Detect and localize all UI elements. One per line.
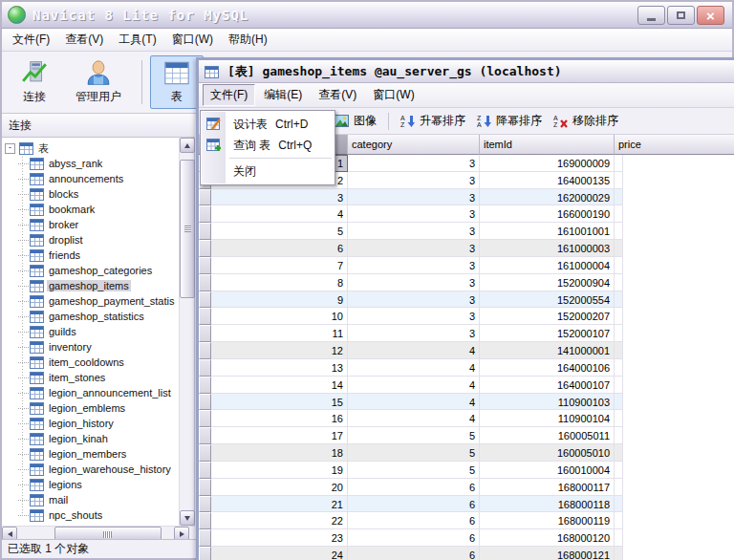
tree-item[interactable]: gameshop_categories bbox=[2, 263, 179, 278]
cell-price[interactable] bbox=[615, 427, 623, 444]
cell-rownum[interactable]: 17 bbox=[211, 427, 348, 444]
sort-descending-button[interactable]: Z A 降幂排序 bbox=[471, 111, 548, 131]
row-selector[interactable] bbox=[199, 223, 211, 240]
tree-root-tables[interactable]: - 表 bbox=[2, 140, 179, 156]
cell-category[interactable]: 3 bbox=[348, 172, 480, 189]
cell-itemid[interactable]: 169000009 bbox=[480, 155, 615, 172]
cell-itemid[interactable]: 160005010 bbox=[480, 444, 615, 462]
row-selector[interactable] bbox=[199, 377, 211, 394]
row-selector[interactable] bbox=[199, 359, 211, 377]
row-selector[interactable] bbox=[199, 427, 211, 444]
cell-price[interactable] bbox=[615, 444, 623, 462]
cell-price[interactable] bbox=[615, 547, 623, 560]
cell-itemid[interactable]: 166000190 bbox=[480, 205, 615, 223]
cell-category[interactable]: 4 bbox=[348, 377, 480, 394]
cell-category[interactable]: 3 bbox=[348, 291, 480, 309]
cell-category[interactable]: 3 bbox=[348, 257, 480, 274]
cell-rownum[interactable]: 9 bbox=[211, 291, 348, 309]
cell-rownum[interactable]: 6 bbox=[211, 240, 348, 257]
cell-price[interactable] bbox=[615, 394, 623, 411]
cell-itemid[interactable]: 168000117 bbox=[480, 479, 615, 496]
cell-category[interactable]: 6 bbox=[348, 512, 480, 529]
cell-itemid[interactable]: 168000121 bbox=[480, 547, 615, 560]
row-selector[interactable] bbox=[199, 205, 211, 223]
file-menu-item[interactable]: 设计表Ctrl+D bbox=[202, 114, 334, 135]
row-selector[interactable] bbox=[199, 394, 211, 411]
cell-itemid[interactable]: 141000001 bbox=[480, 342, 615, 359]
cell-itemid[interactable]: 161001001 bbox=[480, 223, 615, 240]
row-selector[interactable] bbox=[199, 291, 211, 309]
maximize-button[interactable] bbox=[667, 6, 695, 25]
cell-rownum[interactable]: 3 bbox=[211, 189, 348, 206]
cell-category[interactable]: 3 bbox=[348, 189, 480, 206]
cell-price[interactable] bbox=[615, 308, 623, 325]
cell-itemid[interactable]: 160005011 bbox=[480, 427, 615, 444]
cell-price[interactable] bbox=[615, 172, 623, 189]
tree-item[interactable]: mail bbox=[2, 492, 179, 507]
cell-category[interactable]: 6 bbox=[348, 479, 480, 496]
cell-price[interactable] bbox=[615, 377, 623, 394]
tree-item[interactable]: gameshop_payment_statis bbox=[2, 293, 179, 309]
cell-category[interactable]: 3 bbox=[348, 155, 480, 172]
cell-itemid[interactable]: 168000120 bbox=[480, 529, 615, 547]
child-menu-item[interactable]: 查看(V) bbox=[311, 84, 364, 106]
tree-item[interactable]: legions bbox=[2, 477, 179, 492]
menu-item[interactable]: 工具(T) bbox=[113, 29, 165, 52]
remove-sort-button[interactable]: A Z 移除排序 bbox=[548, 111, 624, 131]
cell-rownum[interactable]: 8 bbox=[211, 274, 348, 291]
tree-item[interactable]: item_stones bbox=[2, 370, 179, 385]
tree-item[interactable]: legion_history bbox=[2, 416, 179, 431]
scroll-up-button[interactable] bbox=[180, 138, 195, 153]
cell-rownum[interactable]: 14 bbox=[211, 377, 348, 394]
cell-category[interactable]: 3 bbox=[348, 308, 480, 325]
tree-item[interactable]: blocks bbox=[2, 186, 179, 202]
column-header-category[interactable]: category bbox=[348, 135, 480, 155]
menu-item[interactable]: 窗口(W) bbox=[166, 29, 223, 52]
cell-rownum[interactable]: 5 bbox=[211, 223, 348, 240]
row-selector[interactable] bbox=[199, 479, 211, 496]
menu-item[interactable]: 查看(V) bbox=[59, 29, 113, 52]
cell-price[interactable] bbox=[615, 496, 623, 513]
cell-itemid[interactable]: 152000107 bbox=[480, 325, 615, 342]
tree-item[interactable]: item_cooldowns bbox=[2, 355, 179, 370]
cell-itemid[interactable]: 110900104 bbox=[480, 410, 615, 427]
tree-item[interactable]: announcements bbox=[2, 171, 179, 186]
row-selector[interactable] bbox=[199, 547, 211, 560]
cell-rownum[interactable]: 21 bbox=[211, 496, 348, 513]
row-selector[interactable] bbox=[199, 257, 211, 274]
close-button[interactable]: × bbox=[697, 6, 724, 25]
cell-price[interactable] bbox=[615, 205, 623, 223]
cell-category[interactable]: 3 bbox=[348, 325, 480, 342]
cell-itemid[interactable]: 164000106 bbox=[480, 359, 615, 377]
child-menu-item[interactable]: 文件(F) bbox=[203, 84, 255, 106]
cell-rownum[interactable]: 23 bbox=[211, 529, 348, 547]
cell-itemid[interactable]: 164000107 bbox=[480, 377, 615, 394]
cell-category[interactable]: 3 bbox=[348, 223, 480, 240]
row-selector[interactable] bbox=[199, 496, 211, 513]
cell-itemid[interactable]: 162000029 bbox=[480, 189, 615, 206]
cell-price[interactable] bbox=[615, 223, 623, 240]
cell-itemid[interactable]: 168000119 bbox=[480, 512, 615, 529]
cell-category[interactable]: 6 bbox=[348, 496, 480, 513]
tree-item[interactable]: broker bbox=[2, 217, 179, 232]
row-selector[interactable] bbox=[199, 462, 211, 479]
cell-category[interactable]: 5 bbox=[348, 427, 480, 444]
cell-category[interactable]: 5 bbox=[348, 462, 480, 479]
child-menu-item[interactable]: 编辑(E) bbox=[256, 84, 310, 106]
cell-price[interactable] bbox=[615, 410, 623, 427]
tree-item[interactable]: legion_emblems bbox=[2, 400, 179, 416]
row-selector[interactable] bbox=[199, 189, 211, 206]
tree-item[interactable]: friends bbox=[2, 248, 179, 263]
cell-rownum[interactable]: 24 bbox=[211, 547, 348, 560]
cell-category[interactable]: 4 bbox=[348, 410, 480, 427]
cell-itemid[interactable]: 161000003 bbox=[480, 240, 615, 257]
menu-item[interactable]: 帮助(H) bbox=[223, 29, 277, 52]
tree-item[interactable]: legion_warehouse_history bbox=[2, 462, 179, 477]
cell-price[interactable] bbox=[615, 291, 623, 309]
tree-item[interactable]: legion_members bbox=[2, 446, 179, 462]
row-selector[interactable] bbox=[199, 342, 211, 359]
tree-item[interactable]: inventory bbox=[2, 339, 179, 355]
cell-price[interactable] bbox=[615, 512, 623, 529]
tree-item[interactable]: legion_announcement_list bbox=[2, 385, 179, 400]
cell-category[interactable]: 4 bbox=[348, 394, 480, 411]
